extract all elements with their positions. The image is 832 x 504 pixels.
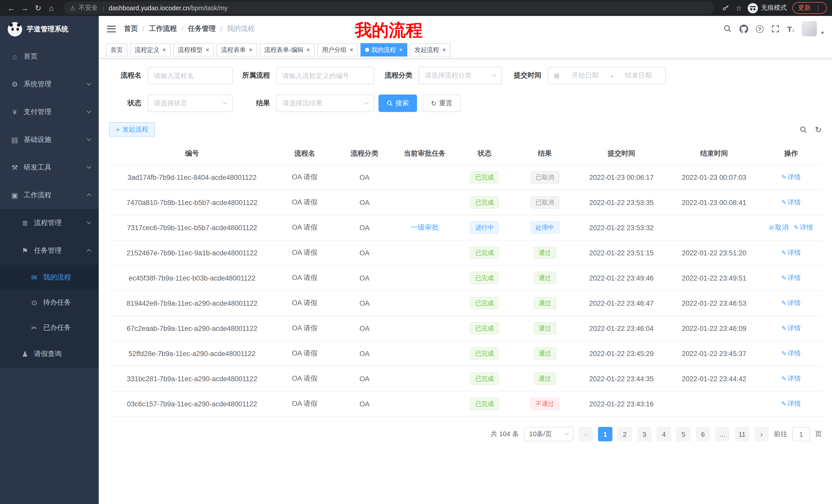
reset-button[interactable]: ↻ 重置 xyxy=(423,94,461,112)
tab-my-process[interactable]: 我的流程× xyxy=(361,43,407,57)
close-icon[interactable]: × xyxy=(307,47,310,53)
sidebar-item-dev-tools[interactable]: ⚒研发工具 xyxy=(0,153,99,181)
detail-action-link[interactable]: ✎详情 xyxy=(781,249,801,256)
table-search-icon[interactable] xyxy=(799,125,808,134)
avatar[interactable] xyxy=(802,21,817,36)
sidebar-item-my-process[interactable]: ✉我的流程 xyxy=(0,264,99,290)
page-button-5[interactable]: 5 xyxy=(676,427,691,441)
detail-action-link[interactable]: ✎详情 xyxy=(781,299,801,307)
page-button-4[interactable]: 4 xyxy=(657,427,671,441)
cell-actions: ✎详情 xyxy=(760,265,822,290)
cell-current-task xyxy=(395,190,455,215)
close-icon[interactable]: × xyxy=(206,47,209,53)
page-list: 123456…11 xyxy=(598,427,749,441)
sidebar-item-system-management[interactable]: ⚙系统管理 xyxy=(0,71,99,98)
table-refresh-icon[interactable]: ↻ xyxy=(815,124,822,134)
tab-process-form[interactable]: 流程表单× xyxy=(216,43,257,57)
screen: ← → ↻ ⌂ ⚠ 不安全 | dashboard.yudao.iocoder.… xyxy=(0,0,832,504)
page-button-3[interactable]: 3 xyxy=(637,427,651,441)
sidebar-item-leave-query[interactable]: ♟请假查询 xyxy=(0,340,99,368)
page-ellipsis[interactable]: … xyxy=(715,427,730,441)
sidebar-item-home[interactable]: ⌂首页 xyxy=(0,43,99,71)
help-icon[interactable]: ? xyxy=(756,25,763,33)
breadcrumb-item[interactable]: 首页 xyxy=(124,24,138,33)
tab-process-model[interactable]: 流程模型× xyxy=(173,43,214,57)
result-badge: 已取消 xyxy=(530,171,559,184)
breadcrumb-item[interactable]: 任务管理 xyxy=(188,24,216,33)
address-bar[interactable]: ⚠ 不安全 | dashboard.yudao.iocoder.cn/bpm/t… xyxy=(64,2,714,15)
breadcrumb-item[interactable]: 工作流程 xyxy=(149,24,177,33)
back-icon[interactable]: ← xyxy=(5,4,18,12)
github-icon[interactable] xyxy=(739,24,749,33)
search-icon[interactable] xyxy=(723,24,732,33)
sidebar-item-process-management[interactable]: ≣流程管理 xyxy=(0,209,99,237)
close-icon[interactable]: × xyxy=(399,47,402,53)
cell-end-time: 2022-01-23 00:07:03 xyxy=(668,165,760,190)
page-size-select[interactable]: 10条/页 xyxy=(524,427,573,441)
cell-end-time xyxy=(668,391,760,416)
cancel-action-link[interactable]: ⊘取消 xyxy=(769,223,788,231)
page-button-2[interactable]: 2 xyxy=(618,427,632,441)
app-logo[interactable]: 芋道管理系统 xyxy=(0,16,99,43)
sidebar-item-workflow[interactable]: ▣工作流程 xyxy=(0,181,99,209)
submit-time-range-picker[interactable]: ▦ 开始日期 - 结束日期 xyxy=(548,67,666,84)
close-icon[interactable]: × xyxy=(162,47,166,53)
date-separator: - xyxy=(610,72,613,79)
sidebar-item-infrastructure[interactable]: ▤基础设施 xyxy=(0,126,99,153)
detail-action-link[interactable]: ✎详情 xyxy=(781,173,801,181)
goto-page-input[interactable] xyxy=(792,427,810,441)
tab-process-definition[interactable]: 流程定义× xyxy=(130,43,171,57)
sidebar-item-todo-tasks[interactable]: ⊙待办任务 xyxy=(0,290,99,315)
page-button-1[interactable]: 1 xyxy=(598,427,613,441)
fullscreen-icon[interactable] xyxy=(771,24,780,33)
font-size-icon[interactable]: T↕ xyxy=(787,24,795,33)
forward-icon[interactable]: → xyxy=(19,4,31,12)
prev-page-button[interactable]: ‹ xyxy=(578,427,593,441)
detail-action-link[interactable]: ✎详情 xyxy=(781,374,801,382)
browser-menu-icon[interactable]: ⋮ xyxy=(814,4,821,12)
tab-label: 流程模型 xyxy=(178,46,203,54)
url-text[interactable]: dashboard.yudao.iocoder.cn/bpm/task/my xyxy=(109,4,228,11)
cell-status: 已完成 xyxy=(454,366,515,391)
next-page-button[interactable]: › xyxy=(754,427,769,441)
close-icon[interactable]: × xyxy=(442,47,446,53)
sidebar-item-label: 我的流程 xyxy=(43,273,71,282)
cell-id: 67c2eaab-7b9a-11ec-a290-acde48001122 xyxy=(109,316,275,341)
detail-action-link[interactable]: ✎详情 xyxy=(781,324,801,332)
reload-icon[interactable]: ↻ xyxy=(32,3,44,12)
search-button[interactable]: 搜索 xyxy=(379,94,417,112)
tools-icon: ⚒ xyxy=(10,163,19,172)
hamburger-icon[interactable] xyxy=(107,25,116,32)
sidebar-item-label: 研发工具 xyxy=(24,163,51,172)
tab-home[interactable]: 首页 xyxy=(106,43,128,57)
close-icon[interactable]: × xyxy=(249,47,253,53)
category-select[interactable]: 请选择流程分类 xyxy=(419,67,502,84)
cell-result: 通过 xyxy=(515,290,575,316)
update-button[interactable]: 更新 ⋮ xyxy=(792,2,827,14)
bookmark-star-icon[interactable]: ☆ xyxy=(735,4,742,12)
password-key-icon[interactable] xyxy=(722,4,730,12)
tab-start-process[interactable]: 发起流程× xyxy=(410,43,450,57)
status-select[interactable]: 请选择状态 xyxy=(148,94,233,112)
current-task-link[interactable]: 一级审批 xyxy=(411,223,439,231)
detail-action-link[interactable]: ✎详情 xyxy=(781,198,801,206)
result-select[interactable]: 请选择流结果 xyxy=(276,94,374,112)
sidebar-item-done-tasks[interactable]: ✂已办任务 xyxy=(0,315,99,340)
process-id-input[interactable] xyxy=(276,67,374,84)
detail-action-link[interactable]: ✎详情 xyxy=(781,349,801,357)
close-icon[interactable]: × xyxy=(350,47,353,53)
result-badge: 通过 xyxy=(534,347,556,360)
tab-process-form-edit[interactable]: 流程表单-编辑× xyxy=(260,43,315,57)
tab-user-group[interactable]: 用户分组× xyxy=(317,43,358,57)
caret-down-icon[interactable]: ▾ xyxy=(821,30,824,36)
sidebar-item-task-management[interactable]: ⚑任务管理 xyxy=(0,237,99,264)
create-process-button[interactable]: + 发起流程 xyxy=(109,122,155,137)
detail-action-link[interactable]: ✎详情 xyxy=(781,400,801,408)
browser-home-icon[interactable]: ⌂ xyxy=(45,4,58,12)
detail-action-link[interactable]: ✎详情 xyxy=(794,223,813,231)
page-button-11[interactable]: 11 xyxy=(735,427,749,441)
detail-action-link[interactable]: ✎详情 xyxy=(781,274,801,282)
sidebar-item-payment-management[interactable]: ¥支付管理 xyxy=(0,98,99,126)
page-button-6[interactable]: 6 xyxy=(696,427,710,441)
process-name-input[interactable] xyxy=(148,67,233,84)
